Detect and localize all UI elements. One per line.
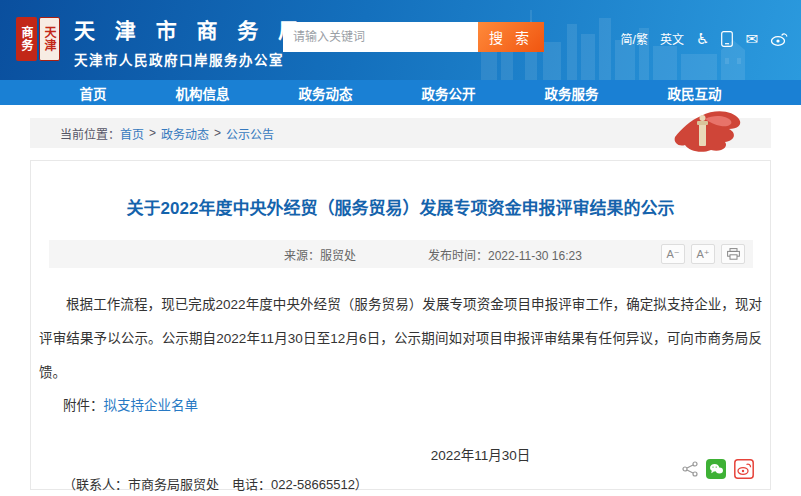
breadcrumb-link-announcements[interactable]: 公示公告 [226, 125, 274, 142]
print-button[interactable] [721, 244, 745, 264]
font-decrease-button[interactable]: A⁻ [661, 244, 685, 264]
site-subtitle: 天津市人民政府口岸服务办公室 [74, 49, 306, 69]
main-nav: 首页 机构信息 政务动态 政务公开 政务服务 政民互动 [0, 80, 801, 105]
breadcrumb-link-home[interactable]: 首页 [120, 125, 144, 142]
breadcrumb: 当前位置： 首页 > 政务动态 > 公示公告 [30, 118, 771, 148]
article-meta-bar: 来源：服贸处 发布时间：2022-11-30 16:23 A⁻ A⁺ [49, 240, 753, 268]
weibo-share-icon[interactable] [734, 459, 754, 479]
nav-item-home[interactable]: 首页 [80, 83, 107, 103]
mobile-icon[interactable] [721, 31, 733, 47]
attachment-label: 附件： [63, 398, 104, 413]
wechat-share-icon[interactable] [706, 459, 726, 479]
site-header: 商务 天津 天 津 市 商 务 局 天津市人民政府口岸服务办公室 搜 索 简/繁… [0, 0, 801, 80]
breadcrumb-separator: > [214, 126, 221, 140]
logo-seal-left: 商务 [16, 17, 37, 61]
site-logo[interactable]: 商务 天津 [16, 17, 60, 61]
breadcrumb-link-gov-news[interactable]: 政务动态 [161, 125, 209, 142]
logo-seal-right: 天津 [39, 17, 60, 61]
nav-item-org-info[interactable]: 机构信息 [176, 83, 230, 103]
red-ribbon-graphic [671, 108, 743, 156]
nav-item-gov-news[interactable]: 政务动态 [299, 83, 353, 103]
site-title[interactable]: 天 津 市 商 务 局 [74, 14, 306, 44]
article-tools: A⁻ A⁺ [661, 244, 745, 264]
utility-bar: 简/繁 英文 ♿ ✉ [621, 30, 788, 47]
article-date: 2022年11月30日 [31, 444, 770, 464]
article-source: 来源：服贸处 [284, 246, 356, 263]
lang-toggle-link[interactable]: 简/繁 [621, 30, 648, 47]
font-increase-button[interactable]: A⁺ [691, 244, 715, 264]
nav-item-gov-service[interactable]: 政务服务 [545, 83, 599, 103]
english-link[interactable]: 英文 [660, 30, 684, 47]
article-card: 关于2022年度中央外经贸（服务贸易）发展专项资金申报评审结果的公示 来源：服贸… [30, 160, 771, 490]
breadcrumb-prefix: 当前位置： [60, 125, 120, 142]
share-bar [682, 459, 754, 479]
article-publish-time: 发布时间：2022-11-30 16:23 [428, 246, 582, 263]
printer-icon [727, 248, 740, 260]
breadcrumb-separator: > [149, 126, 156, 140]
nav-item-gov-open[interactable]: 政务公开 [422, 83, 476, 103]
search-input[interactable] [283, 22, 478, 52]
logo-seal-right-text: 天津 [41, 26, 58, 52]
logo-seal-left-text: 商务 [18, 26, 35, 52]
attachment-row: 附件：拟支持企业名单 [63, 396, 770, 416]
article-body: 根据工作流程，现已完成2022年度中央外经贸（服务贸易）发展专项资金项目申报评审… [39, 288, 762, 390]
accessibility-icon[interactable]: ♿ [696, 31, 709, 46]
site-titles[interactable]: 天 津 市 商 务 局 天津市人民政府口岸服务办公室 [74, 14, 306, 69]
mail-icon[interactable]: ✉ [745, 31, 758, 46]
search-button[interactable]: 搜 索 [478, 22, 544, 52]
article-title: 关于2022年度中央外经贸（服务贸易）发展专项资金申报评审结果的公示 [31, 194, 770, 219]
site-search: 搜 索 [283, 22, 544, 52]
nav-item-interaction[interactable]: 政民互动 [668, 83, 722, 103]
attachment-link[interactable]: 拟支持企业名单 [104, 398, 199, 413]
weibo-icon[interactable] [770, 31, 788, 46]
share-icon[interactable] [682, 461, 698, 477]
article-contact: （联系人：市商务局服贸处 电话：022-58665512） [63, 474, 770, 493]
